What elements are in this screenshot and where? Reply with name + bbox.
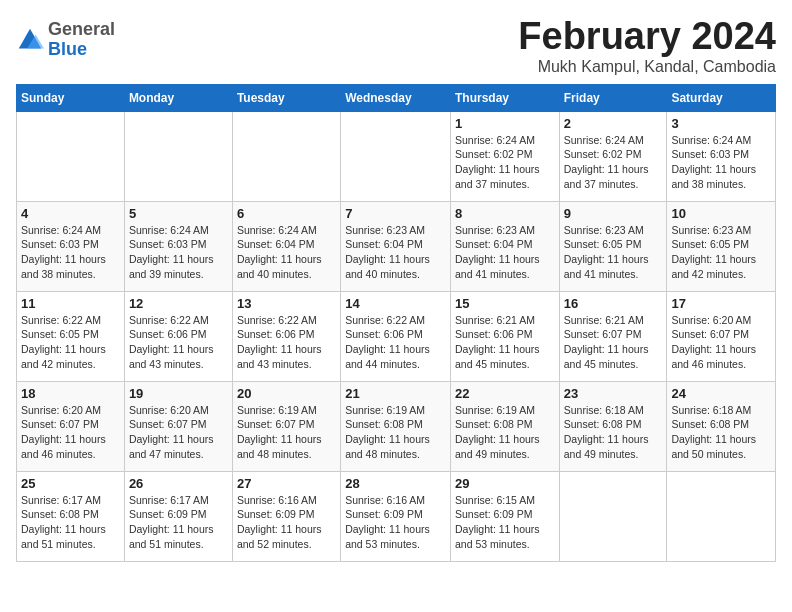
day-cell: 3Sunrise: 6:24 AM Sunset: 6:03 PM Daylig…: [667, 111, 776, 201]
header-cell-thursday: Thursday: [450, 84, 559, 111]
day-cell: 19Sunrise: 6:20 AM Sunset: 6:07 PM Dayli…: [124, 381, 232, 471]
day-cell: [341, 111, 451, 201]
page-header: General Blue February 2024 Mukh Kampul, …: [16, 16, 776, 76]
day-cell: [667, 471, 776, 561]
day-number: 14: [345, 296, 446, 311]
week-row-4: 18Sunrise: 6:20 AM Sunset: 6:07 PM Dayli…: [17, 381, 776, 471]
day-number: 19: [129, 386, 228, 401]
logo-text: General Blue: [48, 20, 115, 60]
day-number: 9: [564, 206, 663, 221]
day-detail: Sunrise: 6:24 AM Sunset: 6:03 PM Dayligh…: [671, 133, 771, 192]
week-row-2: 4Sunrise: 6:24 AM Sunset: 6:03 PM Daylig…: [17, 201, 776, 291]
logo-general: General: [48, 20, 115, 40]
day-detail: Sunrise: 6:23 AM Sunset: 6:05 PM Dayligh…: [564, 223, 663, 282]
day-number: 3: [671, 116, 771, 131]
day-cell: 12Sunrise: 6:22 AM Sunset: 6:06 PM Dayli…: [124, 291, 232, 381]
calendar-body: 1Sunrise: 6:24 AM Sunset: 6:02 PM Daylig…: [17, 111, 776, 561]
day-detail: Sunrise: 6:21 AM Sunset: 6:06 PM Dayligh…: [455, 313, 555, 372]
header-cell-saturday: Saturday: [667, 84, 776, 111]
day-cell: 13Sunrise: 6:22 AM Sunset: 6:06 PM Dayli…: [232, 291, 340, 381]
day-detail: Sunrise: 6:23 AM Sunset: 6:04 PM Dayligh…: [455, 223, 555, 282]
logo-icon: [16, 26, 44, 54]
day-detail: Sunrise: 6:18 AM Sunset: 6:08 PM Dayligh…: [671, 403, 771, 462]
header-cell-wednesday: Wednesday: [341, 84, 451, 111]
day-cell: 4Sunrise: 6:24 AM Sunset: 6:03 PM Daylig…: [17, 201, 125, 291]
day-number: 6: [237, 206, 336, 221]
day-detail: Sunrise: 6:23 AM Sunset: 6:05 PM Dayligh…: [671, 223, 771, 282]
day-cell: 18Sunrise: 6:20 AM Sunset: 6:07 PM Dayli…: [17, 381, 125, 471]
day-number: 10: [671, 206, 771, 221]
week-row-1: 1Sunrise: 6:24 AM Sunset: 6:02 PM Daylig…: [17, 111, 776, 201]
header-cell-tuesday: Tuesday: [232, 84, 340, 111]
day-number: 11: [21, 296, 120, 311]
day-detail: Sunrise: 6:24 AM Sunset: 6:03 PM Dayligh…: [129, 223, 228, 282]
day-cell: 8Sunrise: 6:23 AM Sunset: 6:04 PM Daylig…: [450, 201, 559, 291]
day-cell: 2Sunrise: 6:24 AM Sunset: 6:02 PM Daylig…: [559, 111, 667, 201]
day-detail: Sunrise: 6:22 AM Sunset: 6:05 PM Dayligh…: [21, 313, 120, 372]
day-cell: 14Sunrise: 6:22 AM Sunset: 6:06 PM Dayli…: [341, 291, 451, 381]
day-detail: Sunrise: 6:19 AM Sunset: 6:08 PM Dayligh…: [455, 403, 555, 462]
day-number: 20: [237, 386, 336, 401]
day-number: 2: [564, 116, 663, 131]
day-cell: 1Sunrise: 6:24 AM Sunset: 6:02 PM Daylig…: [450, 111, 559, 201]
location-subtitle: Mukh Kampul, Kandal, Cambodia: [518, 58, 776, 76]
day-cell: 20Sunrise: 6:19 AM Sunset: 6:07 PM Dayli…: [232, 381, 340, 471]
month-title: February 2024: [518, 16, 776, 58]
day-cell: 23Sunrise: 6:18 AM Sunset: 6:08 PM Dayli…: [559, 381, 667, 471]
calendar-header: SundayMondayTuesdayWednesdayThursdayFrid…: [17, 84, 776, 111]
day-cell: 11Sunrise: 6:22 AM Sunset: 6:05 PM Dayli…: [17, 291, 125, 381]
day-number: 5: [129, 206, 228, 221]
day-number: 16: [564, 296, 663, 311]
day-cell: 24Sunrise: 6:18 AM Sunset: 6:08 PM Dayli…: [667, 381, 776, 471]
day-detail: Sunrise: 6:20 AM Sunset: 6:07 PM Dayligh…: [671, 313, 771, 372]
day-detail: Sunrise: 6:19 AM Sunset: 6:08 PM Dayligh…: [345, 403, 446, 462]
day-cell: 17Sunrise: 6:20 AM Sunset: 6:07 PM Dayli…: [667, 291, 776, 381]
day-number: 8: [455, 206, 555, 221]
logo: General Blue: [16, 20, 115, 60]
day-detail: Sunrise: 6:17 AM Sunset: 6:08 PM Dayligh…: [21, 493, 120, 552]
day-number: 21: [345, 386, 446, 401]
day-cell: 6Sunrise: 6:24 AM Sunset: 6:04 PM Daylig…: [232, 201, 340, 291]
day-cell: 16Sunrise: 6:21 AM Sunset: 6:07 PM Dayli…: [559, 291, 667, 381]
day-number: 15: [455, 296, 555, 311]
day-detail: Sunrise: 6:23 AM Sunset: 6:04 PM Dayligh…: [345, 223, 446, 282]
day-detail: Sunrise: 6:24 AM Sunset: 6:02 PM Dayligh…: [564, 133, 663, 192]
week-row-3: 11Sunrise: 6:22 AM Sunset: 6:05 PM Dayli…: [17, 291, 776, 381]
header-cell-sunday: Sunday: [17, 84, 125, 111]
day-cell: 7Sunrise: 6:23 AM Sunset: 6:04 PM Daylig…: [341, 201, 451, 291]
day-number: 13: [237, 296, 336, 311]
day-detail: Sunrise: 6:16 AM Sunset: 6:09 PM Dayligh…: [237, 493, 336, 552]
day-number: 26: [129, 476, 228, 491]
day-detail: Sunrise: 6:18 AM Sunset: 6:08 PM Dayligh…: [564, 403, 663, 462]
day-number: 29: [455, 476, 555, 491]
day-detail: Sunrise: 6:22 AM Sunset: 6:06 PM Dayligh…: [345, 313, 446, 372]
day-detail: Sunrise: 6:24 AM Sunset: 6:03 PM Dayligh…: [21, 223, 120, 282]
day-number: 12: [129, 296, 228, 311]
day-number: 22: [455, 386, 555, 401]
day-number: 7: [345, 206, 446, 221]
day-detail: Sunrise: 6:19 AM Sunset: 6:07 PM Dayligh…: [237, 403, 336, 462]
day-detail: Sunrise: 6:16 AM Sunset: 6:09 PM Dayligh…: [345, 493, 446, 552]
day-cell: 5Sunrise: 6:24 AM Sunset: 6:03 PM Daylig…: [124, 201, 232, 291]
day-cell: [559, 471, 667, 561]
day-detail: Sunrise: 6:21 AM Sunset: 6:07 PM Dayligh…: [564, 313, 663, 372]
day-number: 4: [21, 206, 120, 221]
day-cell: 26Sunrise: 6:17 AM Sunset: 6:09 PM Dayli…: [124, 471, 232, 561]
day-detail: Sunrise: 6:15 AM Sunset: 6:09 PM Dayligh…: [455, 493, 555, 552]
day-detail: Sunrise: 6:20 AM Sunset: 6:07 PM Dayligh…: [21, 403, 120, 462]
day-number: 24: [671, 386, 771, 401]
day-number: 23: [564, 386, 663, 401]
day-number: 1: [455, 116, 555, 131]
day-cell: [124, 111, 232, 201]
day-cell: 25Sunrise: 6:17 AM Sunset: 6:08 PM Dayli…: [17, 471, 125, 561]
day-cell: 21Sunrise: 6:19 AM Sunset: 6:08 PM Dayli…: [341, 381, 451, 471]
day-detail: Sunrise: 6:17 AM Sunset: 6:09 PM Dayligh…: [129, 493, 228, 552]
day-cell: [232, 111, 340, 201]
day-number: 27: [237, 476, 336, 491]
week-row-5: 25Sunrise: 6:17 AM Sunset: 6:08 PM Dayli…: [17, 471, 776, 561]
day-detail: Sunrise: 6:24 AM Sunset: 6:04 PM Dayligh…: [237, 223, 336, 282]
day-cell: 27Sunrise: 6:16 AM Sunset: 6:09 PM Dayli…: [232, 471, 340, 561]
day-number: 25: [21, 476, 120, 491]
title-block: February 2024 Mukh Kampul, Kandal, Cambo…: [518, 16, 776, 76]
day-cell: 10Sunrise: 6:23 AM Sunset: 6:05 PM Dayli…: [667, 201, 776, 291]
